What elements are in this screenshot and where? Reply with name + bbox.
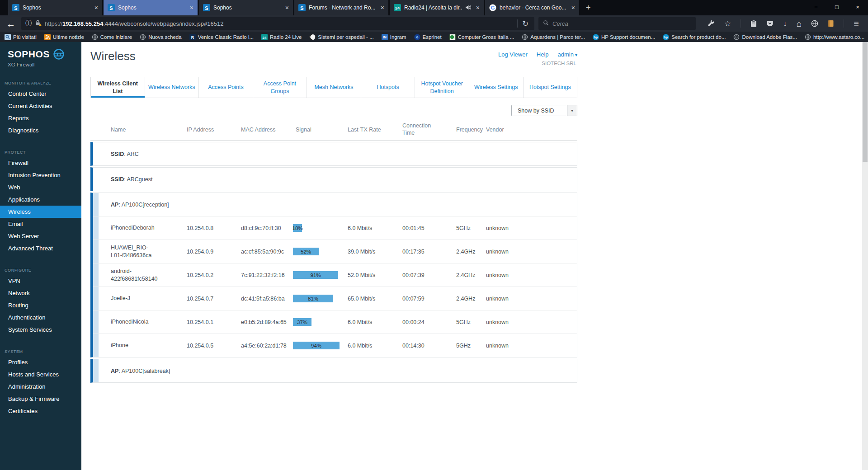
- speaker-icon[interactable]: [465, 4, 471, 12]
- tab-close-icon[interactable]: ×: [285, 4, 289, 11]
- maximize-icon[interactable]: □: [826, 0, 847, 14]
- client-connection-time: 00:14:30: [402, 343, 456, 349]
- sidebar-item-hosts-and-services[interactable]: Hosts and Services: [0, 368, 81, 381]
- divider: [741, 19, 741, 28]
- page-scrollbar[interactable]: [862, 42, 868, 470]
- group-label: AP: AP100C[salabreak]: [111, 368, 170, 374]
- sidebar-item-advanced-threat[interactable]: Advanced Threat: [0, 242, 81, 254]
- browser-tab[interactable]: SSophos×: [199, 0, 293, 15]
- tab-wireless-settings[interactable]: Wireless Settings: [469, 77, 524, 98]
- url-bar[interactable]: ⓘ https://192.168.55.254:4444/webconsole…: [21, 17, 534, 30]
- tab-close-icon[interactable]: ×: [571, 4, 575, 11]
- bookmark-item[interactable]: Nuova scheda: [140, 34, 182, 40]
- tab-close-icon[interactable]: ×: [94, 4, 98, 11]
- browser-tab[interactable]: Gbehavior - Cerca con Goo...×: [485, 0, 579, 15]
- sidebar-item-authentication[interactable]: Authentication: [0, 311, 81, 324]
- browser-tab[interactable]: 24Radio24 | Ascolta la dir...×: [390, 0, 484, 15]
- browser-tab[interactable]: SSophos×: [8, 0, 102, 15]
- client-mac: dc:41:5f:a5:86:ba: [241, 296, 296, 302]
- bookmark-item[interactable]: Come iniziare: [92, 34, 132, 40]
- wrench-icon[interactable]: [708, 20, 715, 27]
- sidebar-item-reports[interactable]: Reports: [0, 112, 81, 124]
- address-book-icon[interactable]: [828, 20, 834, 27]
- sidebar-item-web-server[interactable]: Web Server: [0, 230, 81, 242]
- help-link[interactable]: Help: [537, 51, 549, 58]
- select-arrow-icon[interactable]: ▾: [567, 105, 577, 116]
- tab-access-points[interactable]: Access Points: [199, 77, 253, 98]
- sidebar-item-applications[interactable]: Applications: [0, 193, 81, 206]
- client-tx-rate: 65.0 Mbit/s: [348, 296, 402, 302]
- bookmark-item[interactable]: eEsprinet: [414, 34, 442, 40]
- client-mac: ac:cf:85:5a:90:9c: [241, 249, 296, 255]
- bookmark-item[interactable]: Più visitati: [5, 34, 37, 40]
- sidebar-item-intrusion-prevention[interactable]: Intrusion Prevention: [0, 169, 81, 181]
- menu-icon[interactable]: ≡: [854, 19, 859, 28]
- scrollbar-thumb[interactable]: [863, 42, 868, 162]
- client-signal: 91%: [296, 271, 348, 279]
- clipboard-icon[interactable]: [750, 20, 757, 27]
- home-icon[interactable]: ⌂: [797, 19, 802, 28]
- sidebar-item-vpn[interactable]: VPN: [0, 275, 81, 287]
- tab-close-icon[interactable]: ×: [476, 4, 480, 11]
- bookmark-item[interactable]: Ultime notizie: [44, 34, 84, 40]
- rss-icon: [44, 34, 51, 40]
- sidebar-item-system-services[interactable]: System Services: [0, 324, 81, 336]
- bookmark-item[interactable]: Sistemi per ospedali - ...: [309, 34, 373, 40]
- new-tab-button[interactable]: +: [580, 3, 596, 13]
- sidebar-item-email[interactable]: Email: [0, 218, 81, 230]
- sidebar-item-profiles[interactable]: Profiles: [0, 356, 81, 368]
- sidebar-item-wireless[interactable]: Wireless: [0, 206, 81, 218]
- column-header: Name: [111, 127, 187, 133]
- tab-wireless-networks[interactable]: Wireless Networks: [145, 77, 199, 98]
- tab-close-icon[interactable]: ×: [190, 4, 193, 11]
- tab-access-point-groups[interactable]: Access Point Groups: [253, 77, 307, 98]
- download-icon[interactable]: ↓: [783, 20, 787, 28]
- browser-tab-title: Sophos: [213, 5, 280, 11]
- bookmark-item[interactable]: 24Radio 24 Live: [261, 34, 302, 40]
- info-icon[interactable]: ⓘ: [25, 19, 32, 28]
- bookmark-star-icon[interactable]: ☆: [724, 20, 731, 28]
- sidebar-item-administration[interactable]: Administration: [0, 381, 81, 393]
- bookmark-label: Nuova scheda: [148, 34, 182, 40]
- sidebar-item-current-activities[interactable]: Current Activities: [0, 100, 81, 112]
- sidebar-item-certificates[interactable]: Certificates: [0, 405, 81, 417]
- tab-hotspots[interactable]: Hotspots: [361, 77, 415, 98]
- client-ip: 10.254.0.1: [187, 319, 241, 325]
- pocket-icon[interactable]: [766, 20, 774, 27]
- browser-tab[interactable]: SSophos×: [104, 0, 198, 15]
- bookmark-item[interactable]: RVenice Classic Radio i...: [189, 34, 254, 40]
- sidebar-item-diagnostics[interactable]: Diagnostics: [0, 124, 81, 136]
- group-label: AP: AP100C[reception]: [111, 202, 169, 208]
- search-input[interactable]: Cerca: [538, 17, 696, 30]
- browser-tab[interactable]: SForums - Network and Ro...×: [294, 0, 388, 15]
- sidebar-item-firewall[interactable]: Firewall: [0, 157, 81, 169]
- sidebar-item-routing[interactable]: Routing: [0, 299, 81, 311]
- sidebar-item-web[interactable]: Web: [0, 181, 81, 193]
- bookmark-item[interactable]: http://www.astaro.co...: [805, 34, 864, 40]
- close-icon[interactable]: ×: [847, 0, 868, 14]
- bookmark-item[interactable]: Computer Gross Italia ...: [449, 34, 514, 40]
- client-name: HUAWEI_RIO-L01-f3486636ca: [111, 244, 187, 259]
- sidebar-item-backup-firmware[interactable]: Backup & Firmware: [0, 393, 81, 405]
- admin-menu[interactable]: admin▾: [558, 51, 577, 58]
- back-icon[interactable]: ←: [5, 19, 17, 28]
- bookmark-item[interactable]: IMIngram: [382, 34, 406, 40]
- show-by-ssid-select[interactable]: Show by SSID ▾: [511, 105, 577, 116]
- tab-hotspot-settings[interactable]: Hotspot Settings: [524, 77, 577, 98]
- globe-dev-icon[interactable]: [811, 20, 818, 27]
- reload-icon[interactable]: ↻: [521, 19, 530, 28]
- bookmark-item[interactable]: hpSearch for product do...: [663, 34, 726, 40]
- bookmark-item[interactable]: Aquardens | Parco ter...: [522, 34, 585, 40]
- bookmark-item[interactable]: Download Adobe Flas...: [733, 34, 797, 40]
- tab-mesh-networks[interactable]: Mesh Networks: [307, 77, 361, 98]
- minimize-icon[interactable]: −: [806, 0, 826, 14]
- signal-bar: 52%: [293, 248, 319, 255]
- tab-hotspot-voucher-definition[interactable]: Hotspot Voucher Definition: [415, 77, 469, 98]
- sidebar-item-control-center[interactable]: Control Center: [0, 88, 81, 100]
- tab-wireless-client-list[interactable]: Wireless Client List: [91, 77, 145, 98]
- sidebar-item-network[interactable]: Network: [0, 287, 81, 299]
- tab-close-icon[interactable]: ×: [381, 4, 384, 11]
- log-viewer-link[interactable]: Log Viewer: [498, 51, 528, 58]
- bookmark-item[interactable]: hpHP Support documen...: [593, 34, 655, 40]
- lock-warning-icon[interactable]: [35, 19, 42, 28]
